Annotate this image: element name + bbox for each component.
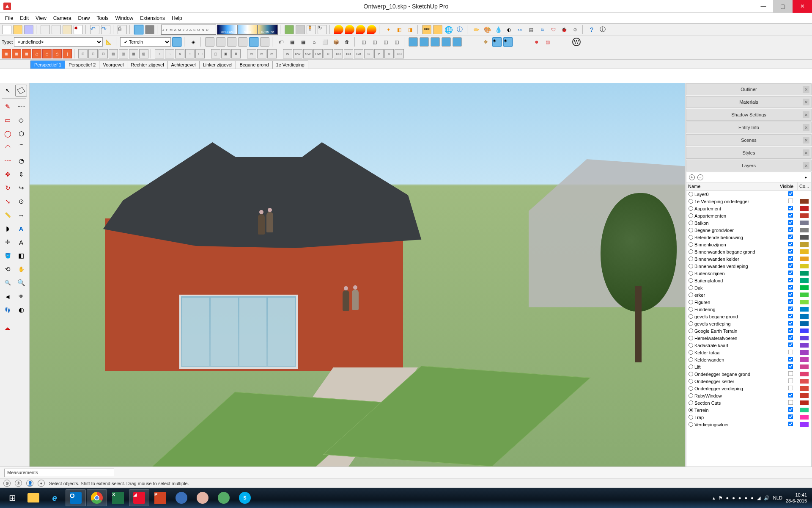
globe-button[interactable]: 🌐 bbox=[444, 25, 454, 35]
layer-row[interactable]: Fundering bbox=[686, 306, 811, 313]
pencil-tool-button[interactable]: ✏ bbox=[471, 25, 481, 35]
rotate-tool[interactable] bbox=[2, 182, 14, 194]
layer-current-radio[interactable] bbox=[689, 379, 693, 384]
layer-current-radio[interactable] bbox=[689, 415, 693, 420]
blue-box-3[interactable] bbox=[430, 37, 440, 47]
layer-current-radio[interactable] bbox=[689, 408, 693, 412]
stack-button-1[interactable]: ▦ bbox=[287, 37, 297, 47]
axis-plus[interactable]: + bbox=[155, 49, 164, 58]
layer-visible-checkbox[interactable] bbox=[788, 400, 793, 405]
cube-tool-4[interactable]: ◫ bbox=[392, 37, 402, 47]
outliner-panel-header[interactable]: Outliner✕ bbox=[686, 83, 812, 95]
layer-color-swatch[interactable] bbox=[800, 386, 809, 391]
render-2[interactable] bbox=[345, 25, 355, 35]
layer-color-swatch[interactable] bbox=[800, 300, 809, 304]
close-icon[interactable]: ✕ bbox=[803, 99, 809, 105]
info-button[interactable]: ⓘ bbox=[455, 25, 465, 35]
arc-tool[interactable] bbox=[2, 141, 14, 153]
axis-1[interactable]: ↔ bbox=[165, 49, 174, 58]
letter-button-dw[interactable]: DW bbox=[293, 49, 302, 58]
layer-color-swatch[interactable] bbox=[800, 379, 809, 384]
layer-row[interactable]: Onderlegger begane grond bbox=[686, 370, 811, 378]
layer-row[interactable]: Terrein bbox=[686, 406, 811, 414]
layer-current-radio[interactable] bbox=[689, 228, 693, 232]
scene-tab-2[interactable]: Voorgevel bbox=[99, 61, 127, 69]
dimension-tool[interactable]: ↔ bbox=[15, 209, 27, 221]
box-button-1[interactable]: ⬜ bbox=[320, 37, 330, 47]
red-tool-1[interactable]: ▦ bbox=[2, 49, 11, 58]
followme-tool[interactable]: ↪ bbox=[15, 182, 27, 194]
close-icon[interactable]: ✕ bbox=[803, 124, 809, 131]
arc2-tool[interactable]: ⌒ bbox=[15, 141, 27, 153]
tray-wifi-icon[interactable]: ◢ bbox=[757, 495, 760, 501]
layer-selector[interactable]: ✔ Terrein bbox=[120, 37, 171, 47]
mirror-tool[interactable] bbox=[2, 323, 14, 334]
layer-visible-checkbox[interactable] bbox=[788, 342, 793, 348]
letter-button-p[interactable]: P bbox=[374, 49, 384, 58]
layer-current-radio[interactable] bbox=[689, 192, 693, 196]
layer-row[interactable]: Begane grondvloer bbox=[686, 226, 811, 234]
layer-color-swatch[interactable] bbox=[800, 221, 809, 225]
layer-row[interactable]: Layer0 bbox=[686, 190, 811, 198]
axis-2[interactable]: ✕ bbox=[175, 49, 184, 58]
view-top[interactable] bbox=[249, 37, 259, 47]
layer-color-swatch[interactable] bbox=[800, 415, 809, 420]
component-button[interactable] bbox=[284, 25, 294, 35]
status-icon[interactable]: ● bbox=[38, 480, 45, 487]
gear-tool[interactable]: ⚙ bbox=[570, 25, 580, 35]
menu-draw[interactable]: Draw bbox=[75, 14, 93, 23]
layer-current-radio[interactable] bbox=[689, 278, 693, 283]
scene-tab-0[interactable]: Perspectief 1 bbox=[30, 61, 65, 69]
cube-tool-3[interactable]: ◫ bbox=[381, 37, 391, 47]
layer-visible-checkbox[interactable] bbox=[788, 364, 793, 369]
sphere-red[interactable]: ● bbox=[532, 37, 542, 47]
layer-row[interactable]: Appartement bbox=[686, 205, 811, 212]
red-tool-4[interactable]: ‖ bbox=[63, 49, 72, 58]
layer-current-radio[interactable] bbox=[689, 242, 693, 247]
layer-row[interactable]: Binnenwanden verdieping bbox=[686, 262, 811, 270]
shadow-panel-header[interactable]: Shadow Settings✕ bbox=[686, 109, 812, 121]
layer-color-swatch[interactable] bbox=[800, 321, 809, 326]
layer-color-swatch[interactable] bbox=[800, 285, 809, 290]
layer-color-swatch[interactable] bbox=[800, 400, 809, 405]
screen-3[interactable]: ▭ bbox=[267, 49, 277, 58]
layer-current-radio[interactable] bbox=[689, 336, 693, 340]
layer-color-swatch[interactable] bbox=[800, 249, 809, 254]
blue-box-5[interactable] bbox=[452, 37, 462, 47]
fd-tool[interactable]: f.d. bbox=[515, 25, 525, 35]
layer-color-swatch[interactable] bbox=[800, 271, 809, 276]
user-icon[interactable]: 👤 bbox=[26, 480, 33, 487]
layer-row[interactable]: Kadastrale kaart bbox=[686, 342, 811, 349]
layer-row[interactable]: Verdiepingsvloer bbox=[686, 421, 811, 428]
layer-row[interactable]: Onderlegger kelder bbox=[686, 378, 811, 385]
layers-list[interactable]: Layer01e Verdieping onderleggerApparteme… bbox=[686, 190, 811, 478]
sketchup-taskbar-icon[interactable] bbox=[129, 489, 149, 506]
letter-button-gb[interactable]: GB bbox=[354, 49, 363, 58]
undo-button[interactable] bbox=[90, 25, 100, 35]
taskbar-clock[interactable]: 10:41 28-6-2015 bbox=[786, 492, 807, 504]
vw-icon[interactable]: W bbox=[571, 37, 582, 47]
remove-layer-button[interactable]: − bbox=[697, 174, 703, 180]
text-tool[interactable] bbox=[15, 223, 27, 235]
layer-color-swatch[interactable] bbox=[800, 343, 809, 348]
layer-visible-checkbox[interactable] bbox=[788, 407, 793, 412]
render-4[interactable] bbox=[367, 25, 377, 35]
layer-current-radio[interactable] bbox=[689, 199, 693, 204]
letter-button-gc[interactable]: GC bbox=[395, 49, 404, 58]
nav-tool-3[interactable]: ◈ bbox=[503, 37, 513, 47]
info-circle-button[interactable]: ⓘ bbox=[598, 25, 608, 35]
tray-icon-1[interactable]: ⚑ bbox=[719, 495, 723, 501]
app-taskbar-icon-1[interactable] bbox=[171, 489, 192, 506]
layer-visible-checkbox[interactable] bbox=[788, 422, 793, 427]
layer-current-radio[interactable] bbox=[689, 321, 693, 326]
skype-taskbar-icon[interactable]: S bbox=[235, 489, 255, 506]
layer-current-radio[interactable] bbox=[689, 235, 693, 240]
nav-tool-2[interactable]: ◈ bbox=[492, 37, 502, 47]
layer-current-radio[interactable] bbox=[689, 393, 693, 398]
pushpull-tool[interactable]: ⇕ bbox=[15, 168, 27, 180]
layer-current-radio[interactable] bbox=[689, 271, 693, 276]
blue-box-2[interactable] bbox=[419, 37, 429, 47]
layer-row[interactable]: Onderlegger verdieping bbox=[686, 385, 811, 392]
rotated-rect-tool[interactable]: ◇ bbox=[15, 114, 27, 126]
screen-1[interactable]: ▭ bbox=[247, 49, 256, 58]
